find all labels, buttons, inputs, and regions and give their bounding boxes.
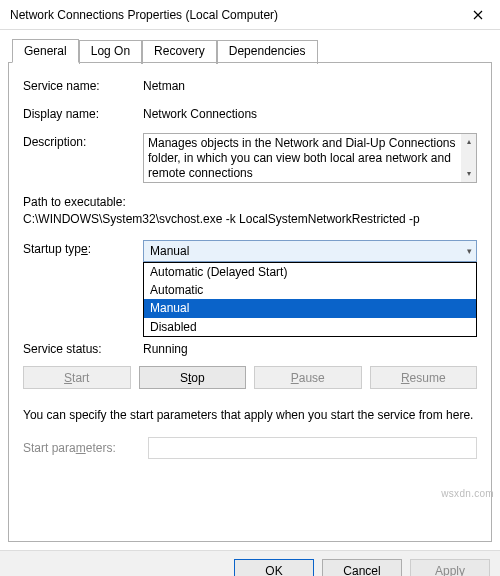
tab-panel-general: Service name: Netman Display name: Netwo… (8, 62, 492, 542)
watermark: wsxdn.com (441, 488, 494, 499)
description-field[interactable]: Manages objects in the Network and Dial-… (143, 133, 477, 183)
chevron-down-icon: ▾ (467, 246, 472, 256)
apply-button: Apply (410, 559, 490, 576)
path-label: Path to executable: (23, 195, 477, 209)
service-name-value: Netman (143, 77, 477, 93)
path-value: C:\WINDOWS\System32\svchost.exe -k Local… (23, 212, 477, 226)
start-params-hint: You can specify the start parameters tha… (23, 407, 477, 423)
startup-type-dropdown: Automatic (Delayed Start) Automatic Manu… (143, 262, 477, 337)
resume-button: Resume (370, 366, 478, 389)
startup-type-select[interactable]: Manual ▾ (143, 240, 477, 262)
service-status-label: Service status: (23, 340, 143, 356)
startup-type-label: Startup type: (23, 240, 143, 256)
display-name-label: Display name: (23, 105, 143, 121)
tab-strip: General Log On Recovery Dependencies (8, 38, 492, 62)
tab-dependencies[interactable]: Dependencies (217, 40, 318, 64)
dropdown-item-disabled[interactable]: Disabled (144, 318, 476, 336)
close-button[interactable] (455, 0, 500, 30)
cancel-button[interactable]: Cancel (322, 559, 402, 576)
dropdown-item-manual[interactable]: Manual (144, 299, 476, 317)
ok-button[interactable]: OK (234, 559, 314, 576)
service-name-label: Service name: (23, 77, 143, 93)
startup-type-value: Manual (150, 244, 189, 258)
close-icon (473, 10, 483, 20)
tab-general[interactable]: General (12, 39, 79, 63)
description-scrollbar[interactable]: ▴ ▾ (461, 134, 476, 182)
dropdown-item-auto-delayed[interactable]: Automatic (Delayed Start) (144, 263, 476, 281)
titlebar: Network Connections Properties (Local Co… (0, 0, 500, 30)
start-params-label: Start parameters: (23, 441, 148, 455)
tab-log-on[interactable]: Log On (79, 40, 142, 64)
window-title: Network Connections Properties (Local Co… (10, 8, 278, 22)
dialog-footer: OK Cancel Apply (0, 550, 500, 576)
service-status-value: Running (143, 340, 477, 356)
description-text: Manages objects in the Network and Dial-… (148, 136, 456, 180)
dropdown-item-auto[interactable]: Automatic (144, 281, 476, 299)
start-params-input (148, 437, 477, 459)
scroll-down-icon[interactable]: ▾ (461, 166, 476, 182)
pause-button: Pause (254, 366, 362, 389)
scroll-up-icon[interactable]: ▴ (461, 134, 476, 150)
stop-button[interactable]: Stop (139, 366, 247, 389)
tab-recovery[interactable]: Recovery (142, 40, 217, 64)
description-label: Description: (23, 133, 143, 149)
display-name-value: Network Connections (143, 105, 477, 121)
start-button: Start (23, 366, 131, 389)
